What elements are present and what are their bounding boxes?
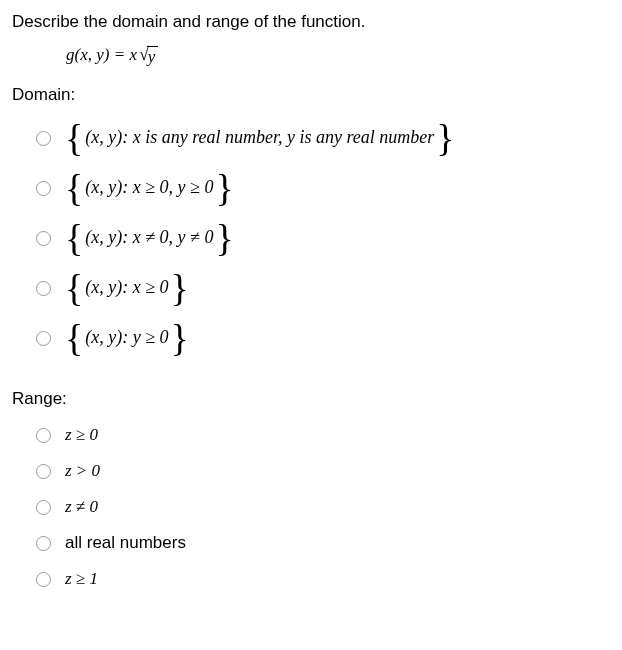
left-brace-icon: {: [65, 123, 83, 153]
function-formula: g(x, y) = x√y: [66, 44, 610, 67]
domain-option-5[interactable]: { (x, y): y ≥ 0 }: [12, 313, 610, 363]
option-text: (x, y): x ≥ 0: [83, 277, 170, 298]
option-text: (x, y): y ≥ 0: [83, 327, 170, 348]
right-brace-icon: }: [171, 273, 189, 303]
right-brace-icon: }: [436, 123, 454, 153]
option-content: { (x, y): x ≥ 0, y ≥ 0 }: [65, 173, 234, 203]
range-option-1[interactable]: z ≥ 0: [12, 417, 610, 453]
radio-icon[interactable]: [36, 131, 51, 146]
option-text: (x, y): x ≥ 0, y ≥ 0: [83, 177, 215, 198]
right-brace-icon: }: [215, 173, 233, 203]
radio-icon[interactable]: [36, 231, 51, 246]
range-option-4[interactable]: all real numbers: [12, 525, 610, 561]
left-brace-icon: {: [65, 223, 83, 253]
radio-icon[interactable]: [36, 536, 51, 551]
option-text: all real numbers: [65, 533, 186, 553]
option-content: { (x, y): x ≥ 0 }: [65, 273, 189, 303]
range-option-2[interactable]: z > 0: [12, 453, 610, 489]
left-brace-icon: {: [65, 273, 83, 303]
option-text: z > 0: [65, 461, 100, 481]
question-prompt: Describe the domain and range of the fun…: [12, 12, 610, 32]
range-option-5[interactable]: z ≥ 1: [12, 561, 610, 597]
range-options-group: z ≥ 0 z > 0 z ≠ 0 all real numbers z ≥ 1: [12, 417, 610, 597]
radio-icon[interactable]: [36, 331, 51, 346]
option-content: { (x, y): y ≥ 0 }: [65, 323, 189, 353]
right-brace-icon: }: [171, 323, 189, 353]
radicand: y: [147, 46, 159, 67]
radio-icon[interactable]: [36, 464, 51, 479]
radio-icon[interactable]: [36, 428, 51, 443]
option-content: { (x, y): x ≠ 0, y ≠ 0 }: [65, 223, 234, 253]
domain-option-4[interactable]: { (x, y): x ≥ 0 }: [12, 263, 610, 313]
radio-icon[interactable]: [36, 181, 51, 196]
option-text: z ≥ 0: [65, 425, 98, 445]
formula-lhs: g(x, y) = x: [66, 45, 137, 64]
domain-option-2[interactable]: { (x, y): x ≥ 0, y ≥ 0 }: [12, 163, 610, 213]
domain-label: Domain:: [12, 85, 610, 105]
sqrt-expression: √y: [139, 44, 158, 67]
domain-option-1[interactable]: { (x, y): x is any real number, y is any…: [12, 113, 610, 163]
range-label: Range:: [12, 389, 610, 409]
radio-icon[interactable]: [36, 572, 51, 587]
domain-option-3[interactable]: { (x, y): x ≠ 0, y ≠ 0 }: [12, 213, 610, 263]
domain-options-group: { (x, y): x is any real number, y is any…: [12, 113, 610, 363]
left-brace-icon: {: [65, 173, 83, 203]
option-text: z ≥ 1: [65, 569, 98, 589]
option-text: (x, y): x is any real number, y is any r…: [83, 127, 436, 148]
radio-icon[interactable]: [36, 500, 51, 515]
left-brace-icon: {: [65, 323, 83, 353]
option-text: (x, y): x ≠ 0, y ≠ 0: [83, 227, 215, 248]
option-content: { (x, y): x is any real number, y is any…: [65, 123, 455, 153]
right-brace-icon: }: [215, 223, 233, 253]
radio-icon[interactable]: [36, 281, 51, 296]
option-text: z ≠ 0: [65, 497, 98, 517]
range-option-3[interactable]: z ≠ 0: [12, 489, 610, 525]
